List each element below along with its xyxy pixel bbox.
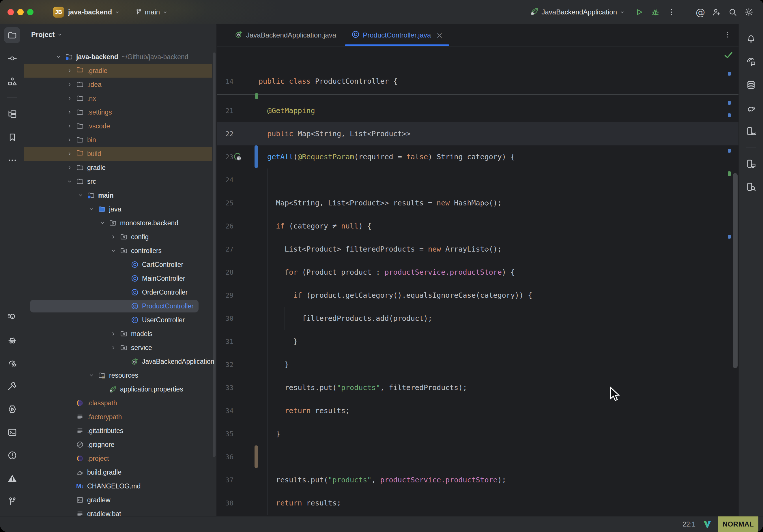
chevron-right-icon[interactable] xyxy=(63,164,76,171)
code-line-34[interactable]: return results; xyxy=(217,399,727,422)
bookmarks-icon[interactable] xyxy=(4,129,20,145)
chevron-right-icon[interactable] xyxy=(63,137,76,143)
code-line-23[interactable]: getAll(@RequestParam(required = false) S… xyxy=(217,146,727,168)
structure-icon[interactable] xyxy=(4,73,20,89)
code-line-36[interactable] xyxy=(217,446,727,469)
tree-item-.nx[interactable]: .nx xyxy=(24,91,212,105)
gradle-icon[interactable] xyxy=(743,100,759,116)
tree-item-OrderController[interactable]: COrderController xyxy=(24,285,212,299)
code-line-37[interactable]: results.put("products", productService.p… xyxy=(217,469,727,491)
chevron-right-icon[interactable] xyxy=(107,331,120,337)
chevron-down-icon[interactable] xyxy=(85,372,98,378)
tree-item-build.gradle[interactable]: build.gradle xyxy=(24,465,212,479)
code-line-30[interactable]: filteredProducts.add(product); xyxy=(217,307,727,330)
close-window-button[interactable] xyxy=(8,9,14,15)
error-stripe-mark[interactable] xyxy=(728,171,731,176)
tree-item-.gitattributes[interactable]: .gitattributes xyxy=(24,424,212,438)
tree-item-build[interactable]: build xyxy=(24,147,212,161)
error-stripe-mark[interactable] xyxy=(728,235,731,239)
chevron-down-icon[interactable] xyxy=(53,53,65,60)
tree-item-java-backend[interactable]: java-backend~/Github/java-backend xyxy=(24,50,212,64)
spring-endpoint-icon[interactable] xyxy=(234,153,242,161)
chevron-right-icon[interactable] xyxy=(107,234,120,240)
tree-item-resources[interactable]: resources xyxy=(24,369,212,382)
tree-item-.idea[interactable]: .idea xyxy=(24,78,212,91)
code-line-22[interactable]: public Map<String, List<Product>> xyxy=(217,122,727,146)
chevron-right-icon[interactable] xyxy=(63,95,76,102)
project-icon[interactable] xyxy=(4,27,20,43)
tree-item-.settings[interactable]: .settings xyxy=(24,105,212,119)
caret-position[interactable]: 22:1 xyxy=(683,520,696,528)
chevron-right-icon[interactable] xyxy=(63,81,76,88)
search-everywhere-button[interactable] xyxy=(726,5,739,19)
tree-item-CHANGELOG.md[interactable]: M↓CHANGELOG.md xyxy=(24,479,212,493)
tree-item-models[interactable]: models xyxy=(24,327,212,341)
build-icon[interactable] xyxy=(4,378,20,394)
toolwindows-icon[interactable] xyxy=(4,106,20,122)
code-line-31[interactable]: } xyxy=(217,330,727,353)
more-icon[interactable] xyxy=(4,152,20,168)
problems-icon[interactable] xyxy=(4,447,20,463)
chevron-right-icon[interactable] xyxy=(107,345,120,351)
commit-icon[interactable] xyxy=(4,50,20,66)
code-line-32[interactable]: } xyxy=(217,353,727,376)
branch-selector[interactable]: main xyxy=(135,8,168,16)
ideavim-icon[interactable] xyxy=(703,520,711,529)
tree-item-JavaBackendApplication[interactable]: JavaBackendApplication xyxy=(24,355,212,369)
tree-item-java[interactable]: java xyxy=(24,202,212,216)
code-line-38[interactable]: return results; xyxy=(217,491,727,515)
tree-item-config[interactable]: config xyxy=(24,230,212,244)
error-stripe-mark[interactable] xyxy=(728,72,731,75)
tree-item-ProductController[interactable]: CProductController xyxy=(24,299,212,313)
code-line-35[interactable]: } xyxy=(217,422,727,446)
code-with-me-button[interactable] xyxy=(710,5,723,19)
tree-item-gradlew[interactable]: gradlew xyxy=(24,493,212,507)
terminal-icon[interactable] xyxy=(4,424,20,440)
tree-item-.factorypath[interactable]: .factorypath xyxy=(24,410,212,424)
tree-item-.gitignore[interactable]: .gitignore xyxy=(24,438,212,452)
run-configuration-selector[interactable]: JavaBackendApplication xyxy=(530,7,625,18)
code-line-26[interactable]: if (category ≠ null) { xyxy=(217,215,727,238)
chevron-down-icon[interactable] xyxy=(63,178,76,185)
folded-region-separator[interactable] xyxy=(217,94,744,95)
run-button[interactable] xyxy=(632,5,646,19)
chevron-down-icon[interactable] xyxy=(107,248,120,254)
more-actions-button[interactable] xyxy=(665,5,678,19)
code-line-21[interactable]: @GetMapping xyxy=(217,99,727,122)
warnings-icon[interactable] xyxy=(4,470,20,486)
code-line-29[interactable]: if (product.getCategory().equalsIgnoreCa… xyxy=(217,284,727,307)
profiler-icon[interactable] xyxy=(4,355,20,371)
tree-item-monostore.backend[interactable]: monostore.backend xyxy=(24,216,212,230)
tree-item-.project[interactable]: .project xyxy=(24,452,212,465)
ai-assistant-icon[interactable] xyxy=(743,53,759,70)
running-devices-icon[interactable] xyxy=(743,123,759,139)
editor-tab-ProductController.java[interactable]: CProductController.java× xyxy=(344,24,451,46)
code-line-25[interactable]: Map<String, List<Product>> results = new… xyxy=(217,191,727,215)
tree-item-service[interactable]: service xyxy=(24,341,212,355)
vcs-change-marker[interactable] xyxy=(255,446,258,468)
project-selector[interactable]: java-backend xyxy=(68,8,120,16)
database-icon[interactable] xyxy=(743,77,759,93)
tree-item-.vscode[interactable]: .vscode xyxy=(24,119,212,133)
tab-options-button[interactable] xyxy=(721,28,733,41)
tree-item-bin[interactable]: bin xyxy=(24,133,212,147)
editor-tab-JavaBackendApplication.java[interactable]: JavaBackendApplication.java xyxy=(227,24,344,46)
debug-button[interactable] xyxy=(649,5,662,19)
project-tree-scrollbar[interactable] xyxy=(213,53,216,457)
tree-item-main[interactable]: main xyxy=(24,188,212,202)
code-editor[interactable]: 14public class ProductController {21@Get… xyxy=(217,46,744,516)
chevron-down-icon[interactable] xyxy=(74,192,87,198)
tree-item-controllers[interactable]: controllers xyxy=(24,244,212,258)
chevron-right-icon[interactable] xyxy=(63,123,76,129)
tree-item-src[interactable]: src xyxy=(24,174,212,188)
editor-scrollbar[interactable] xyxy=(733,173,738,368)
zoom-window-button[interactable] xyxy=(27,9,34,15)
incognito-icon[interactable] xyxy=(4,332,20,348)
minimize-window-button[interactable] xyxy=(17,9,24,15)
ai-assistant-button[interactable]: @ xyxy=(694,5,707,19)
chevron-down-icon[interactable] xyxy=(85,206,98,212)
chevron-right-icon[interactable] xyxy=(63,109,76,115)
code-line-24[interactable] xyxy=(217,168,727,191)
close-tab-icon[interactable]: × xyxy=(436,31,443,40)
code-line-28[interactable]: for (Product product : productService.pr… xyxy=(217,261,727,284)
